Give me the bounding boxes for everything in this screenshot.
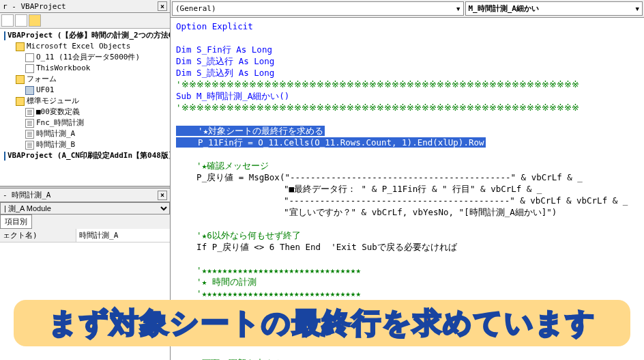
- project-panel-title: r - VBAProject: [3, 2, 66, 11]
- close-icon[interactable]: ×: [158, 1, 167, 11]
- properties-object-select[interactable]: | 測_A Module: [0, 202, 170, 214]
- properties-panel: | 測_A Module 項目別 ェクト名) 時間計測_A: [0, 202, 170, 257]
- code-line: '※※※※※※※※※※※※※※※※※※※※※※※※※※※※※※※※※※※※※※※…: [176, 102, 639, 113]
- caption-text: まず対象シートの最終行を求めています: [48, 304, 596, 342]
- project-toolbar: [0, 13, 170, 29]
- object-dropdown[interactable]: (General)▼: [172, 1, 464, 16]
- tree-module-b[interactable]: 時間計測_B: [1, 139, 169, 150]
- chevron-down-icon: ▼: [456, 5, 460, 12]
- code-line: "■最終データ行： " & P_11Fin行 & " 行目" & vbCrLf …: [176, 183, 639, 195]
- code-line: [176, 253, 639, 264]
- tree-sheet-o11[interactable]: O_11 (11会員データ5000件): [1, 52, 169, 63]
- property-key: ェクト名): [0, 229, 76, 242]
- code-line: '画面の更新を止める: [176, 357, 639, 360]
- code-line: [176, 218, 639, 230]
- code-line: '★6以外なら何もせず終了: [176, 230, 639, 241]
- property-value[interactable]: 時間計測_A: [76, 229, 170, 242]
- properties-tab-categorized[interactable]: 項目別: [0, 214, 32, 229]
- code-line-highlighted: '★対象シートの最終行を求める: [176, 125, 639, 137]
- tree-forms-folder[interactable]: フォーム: [1, 74, 169, 85]
- code-line: Option Explicit: [176, 20, 639, 32]
- code-line: If P_戻り値 <> 6 Then End 'Exit Subで戻る必要なけれ…: [176, 241, 639, 253]
- view-object-icon[interactable]: [15, 14, 27, 27]
- project-tree[interactable]: VBAProject (【必修】時間の計測_2つの方法03.xlsm Micro…: [0, 29, 170, 186]
- tree-module-a[interactable]: 時間計測_A: [1, 128, 169, 139]
- tree-module-vars[interactable]: ■00変数定義: [1, 107, 169, 117]
- code-dropdown-row: (General)▼ M_時間計測_A細かい▼: [171, 0, 644, 18]
- tree-excel-objects[interactable]: Microsoft Excel Objects: [1, 41, 169, 52]
- code-line: Dim S_Fin行 As Long: [176, 44, 639, 55]
- code-line: '※※※※※※※※※※※※※※※※※※※※※※※※※※※※※※※※※※※※※※※…: [176, 79, 639, 90]
- view-code-icon[interactable]: [1, 14, 14, 27]
- tree-root-addin[interactable]: VBAProject (A_CN印刷設定AddIn【第048版】_UF: [1, 150, 169, 161]
- procedure-dropdown[interactable]: M_時間計測_A細かい▼: [465, 1, 643, 16]
- code-line: '★★★★★★★★★★★★★★★★★★★★★★★★★★★★★★★: [176, 288, 639, 299]
- code-line: "宜しいですか？" & vbCrLf, vbYesNo, "[時間計測_A細かい…: [176, 206, 639, 218]
- code-line: [176, 113, 639, 125]
- code-line: '★★★★★★★★★★★★★★★★★★★★★★★★★★★★★★★: [176, 264, 639, 276]
- code-line: Dim S_読込列 As Long: [176, 67, 639, 79]
- tree-thisworkbook[interactable]: ThisWorkbook: [1, 63, 169, 74]
- tree-modules-folder[interactable]: 標準モジュール: [1, 96, 169, 107]
- code-line: "---------------------------------------…: [176, 195, 639, 206]
- code-line: Dim S_読込行 As Long: [176, 55, 639, 67]
- code-line: Sub M_時間計測_A細かい(): [176, 90, 639, 102]
- caption-overlay: まず対象シートの最終行を求めています: [14, 300, 630, 346]
- code-line: [176, 346, 639, 357]
- code-line-highlighted: P_11Fin行 = O_11.Cells(O_11.Rows.Count, 1…: [176, 137, 639, 148]
- toggle-folders-icon[interactable]: [29, 14, 41, 27]
- chevron-down-icon: ▼: [636, 5, 639, 12]
- properties-grid: ェクト名) 時間計測_A: [0, 229, 170, 243]
- close-icon[interactable]: ×: [158, 191, 167, 200]
- properties-tabs: 項目別: [0, 214, 170, 229]
- property-row[interactable]: ェクト名) 時間計測_A: [0, 229, 170, 243]
- project-panel-header: r - VBAProject ×: [0, 0, 170, 13]
- tree-module-fnc[interactable]: Fnc_時間計測: [1, 117, 169, 128]
- tree-form-uf01[interactable]: UF01: [1, 85, 169, 96]
- code-line: '★ 時間の計測: [176, 276, 639, 288]
- properties-panel-title: - 時間計測_A: [3, 190, 51, 200]
- code-line: '★確認メッセージ: [176, 160, 639, 171]
- code-line: [176, 32, 639, 44]
- tree-root[interactable]: VBAProject (【必修】時間の計測_2つの方法03.xlsm: [1, 30, 169, 41]
- code-line: [176, 148, 639, 160]
- properties-panel-header: - 時間計測_A ×: [0, 189, 170, 202]
- code-line: P_戻り値 = MsgBox("------------------------…: [176, 171, 639, 183]
